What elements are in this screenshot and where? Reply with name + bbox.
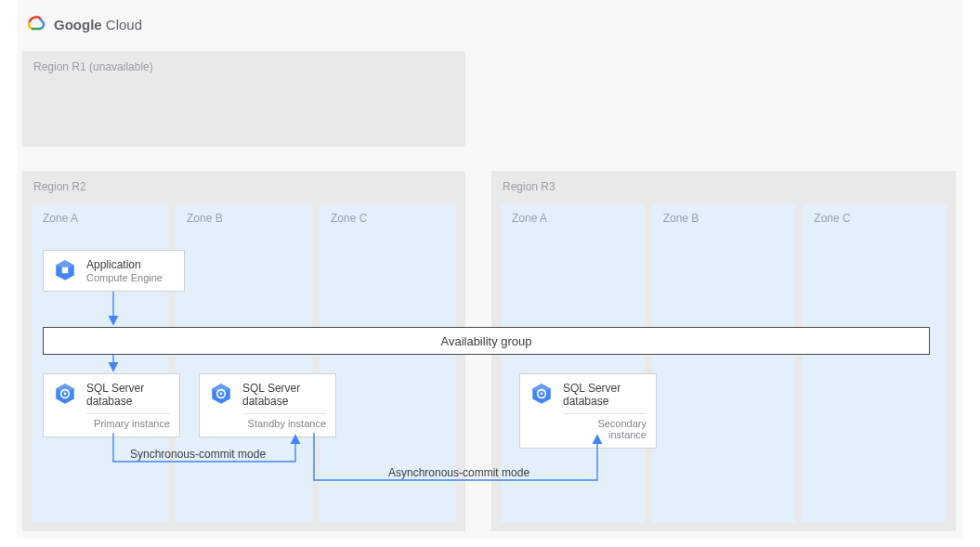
sql-server-icon [209,382,233,406]
availability-group-label: Availability group [440,334,531,348]
region-r2-label: Region R2 [33,180,86,193]
node-application-title: Application [86,258,175,271]
availability-group-bar: Availability group [43,327,930,355]
svg-rect-2 [62,267,69,274]
node-db-secondary-role: Secondary instance [563,413,647,440]
node-db-primary: SQL Server database Primary instance [43,373,180,437]
compute-engine-icon [53,258,77,282]
label-async-commit: Asynchronous-commit mode [388,466,529,479]
brand: Google Cloud [26,15,142,34]
node-db-primary-title: SQL Server database [86,382,170,408]
node-db-secondary: SQL Server database Secondary instance [519,373,657,449]
sql-server-icon [53,382,77,406]
node-db-primary-role: Primary instance [86,413,170,429]
label-sync-commit: Synchronous-commit mode [130,448,266,461]
google-cloud-logo-icon [26,15,46,34]
brand-text: Google Cloud [54,17,142,33]
r2-zone-b: Zone B [176,204,312,522]
region-r3-label: Region R3 [503,180,555,193]
region-r1-label: Region R1 (unavailable) [33,60,153,73]
region-r1: Region R1 (unavailable) [22,51,465,147]
svg-point-6 [64,393,67,396]
r3-zone-b: Zone B [652,204,796,522]
r3-zone-c: Zone C [803,204,947,522]
node-db-secondary-title: SQL Server database [563,382,647,408]
node-application: Application Compute Engine [43,250,185,292]
svg-point-10 [220,393,223,396]
node-db-standby: SQL Server database Standby instance [199,373,336,437]
node-db-standby-title: SQL Server database [242,382,326,408]
node-db-standby-role: Standby instance [242,413,326,429]
svg-point-14 [541,393,543,396]
diagram-canvas: Google Cloud Region R1 (unavailable) Reg… [17,0,963,539]
sql-server-icon [529,382,554,406]
node-application-subtitle: Compute Engine [86,272,175,283]
